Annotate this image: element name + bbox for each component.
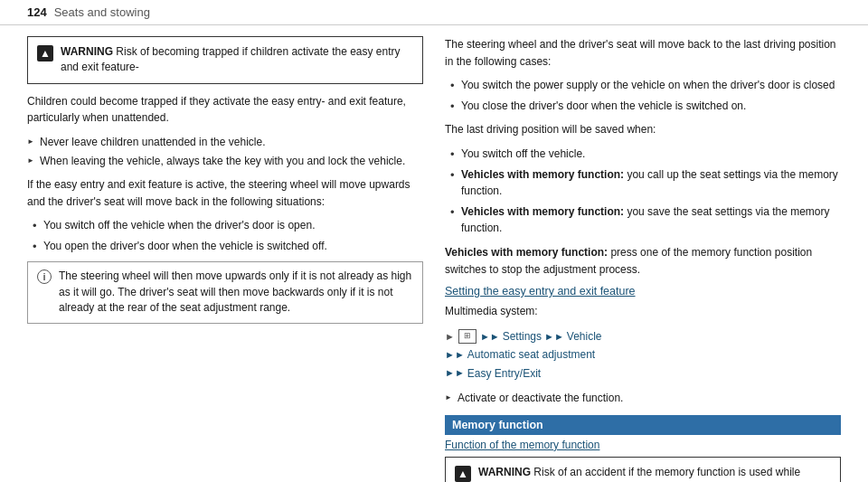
left-column: ▲ WARNING Risk of becoming trapped if ch… (27, 36, 423, 482)
nav-home-icon: ⊞ (458, 329, 476, 344)
list-item: You close the driver's door when the veh… (448, 98, 841, 115)
list-item: You switch off the vehicle when the driv… (31, 217, 423, 234)
info-icon: i (37, 269, 52, 284)
nav-arrow-4: ►► (445, 364, 465, 382)
list-item: Activate or deactivate the function. (445, 390, 841, 406)
page-number: 124 (27, 5, 47, 19)
memory-section: Memory function Function of the memory f… (445, 415, 841, 482)
list-item: You switch the power supply or the vehic… (448, 77, 841, 94)
memory-sub-heading: Function of the memory function (445, 439, 841, 451)
list-item: Vehicles with memory function: you call … (448, 166, 841, 200)
setting-section-heading: Setting the easy entry and exit feature (445, 285, 841, 298)
arrow-list-1: Never leave children unattended in the v… (27, 134, 423, 169)
page-title: Seats and stowing (54, 5, 150, 19)
page-container: 124 Seats and stowing ▲ WARNING Risk of … (0, 0, 868, 482)
setting-arrow-list: Activate or deactivate the function. (445, 390, 841, 406)
warning-box-2: ▲ WARNING Risk of an accident if the mem… (445, 457, 841, 482)
warning-text-2: WARNING Risk of an accident if the memor… (478, 465, 831, 482)
bold-prefix: Vehicles with memory function: (461, 205, 624, 218)
setting-section: Setting the easy entry and exit feature … (445, 285, 841, 406)
nav-easy-entry: Easy Entry/Exit (467, 364, 541, 383)
warning-box-1: ▲ WARNING Risk of becoming trapped if ch… (27, 36, 423, 84)
info-text-1: The steering wheel will then move upward… (59, 269, 413, 316)
list-item: Vehicles with memory function: you save … (448, 203, 841, 237)
list-item: You switch off the vehicle. (448, 146, 841, 163)
nav-line-1: ► ⊞ ►► Settings ►► Vehicle (445, 327, 841, 345)
nav-settings: Settings (503, 327, 542, 345)
list-item: You open the driver's door when the vehi… (31, 238, 423, 255)
body-text-1: Children could become trapped if they ac… (27, 93, 423, 127)
nav-arrow-1: ►► (480, 328, 500, 345)
list-item: When leaving the vehicle, always take th… (27, 153, 423, 169)
bold-prefix: Vehicles with memory function: (461, 168, 624, 181)
right-column: The steering wheel and the driver's seat… (445, 36, 841, 482)
nav-auto-seat: Automatic seat adjustment (467, 345, 595, 364)
body-text-2: If the easy entry and exit feature is ac… (27, 176, 423, 210)
nav-line-2: ►► Automatic seat adjustment (445, 345, 841, 364)
dot-list-2: You switch the power supply or the vehic… (445, 77, 841, 114)
nav-vehicle: Vehicle (567, 327, 602, 345)
content-area: ▲ WARNING Risk of becoming trapped if ch… (0, 36, 868, 482)
multimedia-label: Multimedia system: (445, 303, 841, 320)
info-box-1: i The steering wheel will then move upwa… (27, 261, 423, 323)
warning-icon-1: ▲ (37, 45, 53, 61)
warning-text-1: WARNING Risk of becoming trapped if chil… (61, 44, 413, 76)
multimedia-nav: ► ⊞ ►► Settings ►► Vehicle ►► Automatic … (445, 327, 841, 383)
dot-list-3: You switch off the vehicle. Vehicles wit… (445, 146, 841, 237)
nav-home-arrow: ► (445, 328, 455, 345)
memory-press-text: Vehicles with memory function: press one… (445, 244, 841, 278)
memory-section-bar: Memory function (445, 415, 841, 435)
last-pos-text: The last driving position will be saved … (445, 121, 841, 138)
list-item: Never leave children unattended in the v… (27, 134, 423, 150)
nav-arrow-2: ►► (544, 328, 564, 345)
nav-line-3: ►► Easy Entry/Exit (445, 364, 841, 383)
memory-press-bold: Vehicles with memory function: (445, 246, 608, 259)
page-header: 124 Seats and stowing (0, 0, 868, 25)
warning-icon-2: ▲ (455, 466, 471, 482)
nav-arrow-3: ►► (445, 346, 465, 364)
body-intro: The steering wheel and the driver's seat… (445, 36, 841, 70)
dot-list-1: You switch off the vehicle when the driv… (27, 217, 423, 254)
